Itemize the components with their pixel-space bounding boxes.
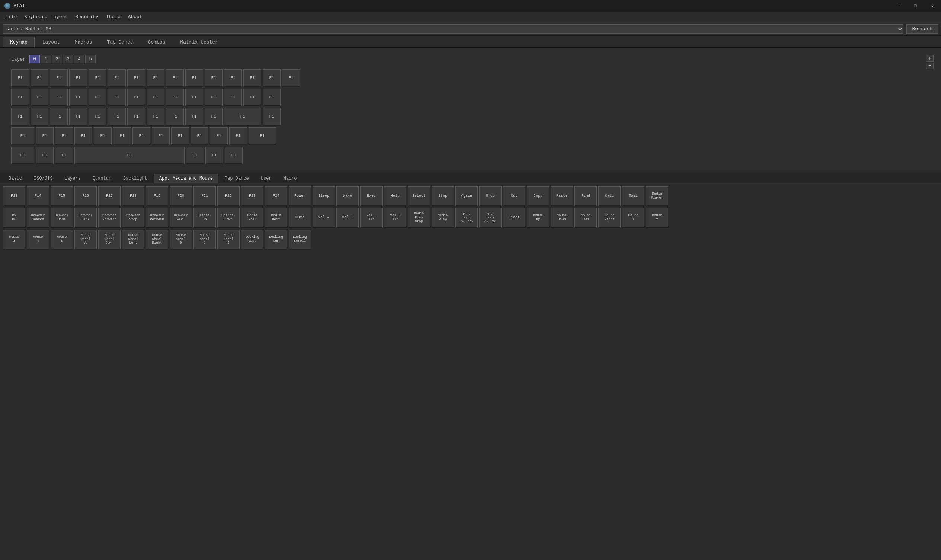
key-r2-c7[interactable]: F1 bbox=[127, 89, 145, 106]
tab-tap-dance[interactable]: Tap Dance bbox=[100, 37, 140, 47]
cat-tab-tap-dance[interactable]: Tap Dance bbox=[219, 174, 255, 183]
menu-keyboard-layout[interactable]: Keyboard layout bbox=[20, 13, 71, 21]
grid-key-undo[interactable]: Undo bbox=[479, 186, 501, 206]
grid-key-mouse-accel-1[interactable]: MouseAccel1 bbox=[194, 229, 216, 250]
menu-security[interactable]: Security bbox=[71, 13, 102, 21]
grid-key-locking-scroll[interactable]: LockingScroll bbox=[289, 229, 311, 250]
key-r1-c14[interactable]: F1 bbox=[263, 69, 281, 87]
grid-key-f18[interactable]: F18 bbox=[122, 186, 145, 206]
layer-btn-3[interactable]: 3 bbox=[63, 55, 73, 63]
grid-key-mouse-right[interactable]: MouseRight bbox=[598, 208, 621, 228]
cat-tab-user[interactable]: User bbox=[255, 174, 277, 183]
grid-key-f21[interactable]: F21 bbox=[194, 186, 216, 206]
grid-key-browser-forward[interactable]: BrowserForward bbox=[98, 208, 121, 228]
grid-key-browser-stop[interactable]: BrowserStop bbox=[122, 208, 145, 228]
key-r4-c13[interactable]: F1 bbox=[249, 127, 276, 145]
grid-key-mouse-4[interactable]: Mouse4 bbox=[27, 229, 49, 250]
grid-key-f20[interactable]: F20 bbox=[170, 186, 192, 206]
key-r2-c13[interactable]: F1 bbox=[243, 89, 261, 106]
key-r2-c14[interactable]: F1 bbox=[263, 89, 281, 106]
grid-key-vol-down[interactable]: Vol – bbox=[312, 208, 335, 228]
grid-key-mouse-wheel-left[interactable]: MouseWheelLeft bbox=[122, 229, 145, 250]
key-r2-c1[interactable]: F1 bbox=[11, 89, 29, 106]
key-r1-c6[interactable]: F1 bbox=[108, 69, 126, 87]
cat-tab-backlight[interactable]: Backlight bbox=[118, 174, 153, 183]
grid-key-copy[interactable]: Copy bbox=[527, 186, 549, 206]
grid-key-bright-down[interactable]: Bright.Down bbox=[217, 208, 240, 228]
cat-tab-iso-jis[interactable]: ISO/JIS bbox=[28, 174, 58, 183]
grid-key-f17[interactable]: F17 bbox=[98, 186, 121, 206]
layer-btn-0[interactable]: 0 bbox=[29, 55, 40, 63]
grid-key-f14[interactable]: F14 bbox=[27, 186, 49, 206]
grid-key-browser-home[interactable]: BrowserHome bbox=[51, 208, 73, 228]
grid-key-mouse-accel-2[interactable]: MouseAccel2 bbox=[217, 229, 240, 250]
menu-about[interactable]: About bbox=[124, 13, 146, 21]
key-r5-c7[interactable]: F1 bbox=[225, 147, 243, 165]
key-r1-c13[interactable]: F1 bbox=[243, 69, 261, 87]
key-r3-c10[interactable]: F1 bbox=[185, 108, 203, 126]
cat-tab-basic[interactable]: Basic bbox=[3, 174, 28, 183]
grid-key-cut[interactable]: Cut bbox=[503, 186, 525, 206]
key-r5-c5[interactable]: F1 bbox=[186, 147, 204, 165]
grid-key-mute[interactable]: Mute bbox=[289, 208, 311, 228]
key-r1-c4[interactable]: F1 bbox=[69, 69, 87, 87]
grid-key-eject[interactable]: Eject bbox=[503, 208, 525, 228]
key-r4-c5[interactable]: F1 bbox=[94, 127, 112, 145]
grid-key-my-pc[interactable]: MyPC bbox=[3, 208, 25, 228]
grid-key-f23[interactable]: F23 bbox=[241, 186, 263, 206]
key-r4-c12[interactable]: F1 bbox=[229, 127, 247, 145]
key-r1-c12[interactable]: F1 bbox=[224, 69, 242, 87]
grid-key-f19[interactable]: F19 bbox=[146, 186, 168, 206]
grid-key-vol-alt-down[interactable]: Vol –Alt bbox=[360, 208, 383, 228]
grid-key-find[interactable]: Find bbox=[575, 186, 597, 206]
key-r4-c6[interactable]: F1 bbox=[113, 127, 131, 145]
key-r2-c10[interactable]: F1 bbox=[185, 89, 203, 106]
key-r2-c12[interactable]: F1 bbox=[224, 89, 242, 106]
grid-key-next-track-macos[interactable]: NextTrack(macOS) bbox=[479, 208, 501, 228]
grid-key-mouse-wheel-right[interactable]: MouseWheelRight bbox=[146, 229, 168, 250]
cat-tab-quantum[interactable]: Quantum bbox=[87, 174, 117, 183]
key-r1-c10[interactable]: F1 bbox=[185, 69, 203, 87]
tab-matrix-tester[interactable]: Matrix tester bbox=[173, 37, 225, 47]
key-r1-c9[interactable]: F1 bbox=[166, 69, 184, 87]
tab-layout[interactable]: Layout bbox=[35, 37, 67, 47]
key-r4-c8[interactable]: F1 bbox=[152, 127, 170, 145]
key-r2-c8[interactable]: F1 bbox=[147, 89, 165, 106]
key-r4-c7[interactable]: F1 bbox=[132, 127, 150, 145]
grid-key-calc[interactable]: Calc bbox=[598, 186, 621, 206]
grid-key-select[interactable]: Select bbox=[408, 186, 430, 206]
grid-key-exec[interactable]: Exec bbox=[360, 186, 383, 206]
grid-key-media-play[interactable]: MediaPlay bbox=[432, 208, 454, 228]
device-dropdown[interactable]: astro Rabbit MS bbox=[3, 24, 903, 34]
minimize-button[interactable]: ─ bbox=[890, 0, 907, 12]
key-r5-c2[interactable]: F1 bbox=[36, 147, 54, 165]
key-r3-c12-wide[interactable]: F1 bbox=[224, 108, 261, 126]
key-r1-c15[interactable]: F1 bbox=[282, 69, 300, 87]
key-r2-c4[interactable]: F1 bbox=[69, 89, 87, 106]
key-r3-c9[interactable]: F1 bbox=[166, 108, 184, 126]
grid-key-mouse-wheel-up[interactable]: MouseWheelUp bbox=[74, 229, 97, 250]
key-r3-c4[interactable]: F1 bbox=[69, 108, 87, 126]
grid-key-media-prev[interactable]: MediaPrev bbox=[241, 208, 263, 228]
grid-key-paste[interactable]: Paste bbox=[551, 186, 573, 206]
add-layer-button[interactable]: + bbox=[926, 55, 933, 62]
grid-key-browser-refresh[interactable]: BrowserRefresh bbox=[146, 208, 168, 228]
key-r1-c3[interactable]: F1 bbox=[50, 69, 68, 87]
grid-key-mouse-wheel-down[interactable]: MouseWheelDown bbox=[98, 229, 121, 250]
key-r2-c5[interactable]: F1 bbox=[89, 89, 106, 106]
refresh-button[interactable]: Refresh bbox=[906, 24, 938, 34]
grid-key-browser-search[interactable]: BrowserSearch bbox=[27, 208, 49, 228]
grid-key-media-next[interactable]: MediaNext bbox=[265, 208, 287, 228]
grid-key-wake[interactable]: Wake bbox=[336, 186, 359, 206]
key-r2-c2[interactable]: F1 bbox=[31, 89, 48, 106]
key-r3-c2[interactable]: F1 bbox=[31, 108, 48, 126]
key-r2-c3[interactable]: F1 bbox=[50, 89, 68, 106]
grid-key-f16[interactable]: F16 bbox=[74, 186, 97, 206]
key-r3-c1[interactable]: F1 bbox=[11, 108, 29, 126]
layer-btn-1[interactable]: 1 bbox=[40, 55, 51, 63]
tab-keymap[interactable]: Keymap bbox=[3, 37, 35, 47]
close-button[interactable]: ✕ bbox=[924, 0, 941, 12]
key-r4-c10[interactable]: F1 bbox=[191, 127, 208, 145]
grid-key-power[interactable]: Power bbox=[289, 186, 311, 206]
grid-key-mouse-5[interactable]: Mouse5 bbox=[51, 229, 73, 250]
